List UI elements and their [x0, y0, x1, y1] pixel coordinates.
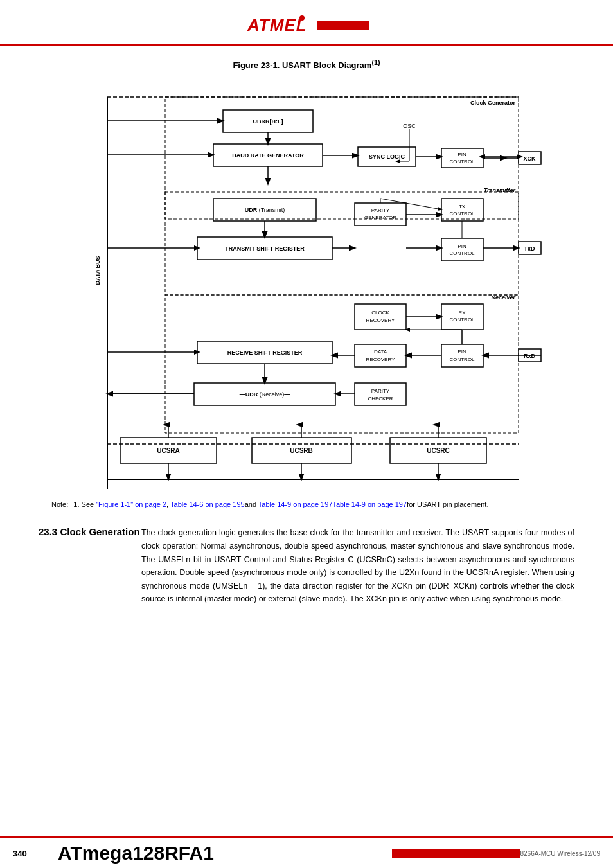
svg-line-81: [380, 199, 441, 209]
section-number: 23.3: [39, 526, 57, 537]
atmel-logo: ATMEL: [244, 12, 315, 37]
svg-text:CONTROL: CONTROL: [449, 357, 475, 362]
note-link-2[interactable]: Table 14-6 on page 195: [170, 500, 245, 508]
svg-rect-23: [441, 199, 483, 221]
svg-marker-78: [517, 154, 523, 159]
note-link-4[interactable]: Table 14-9 on page 197: [332, 500, 407, 508]
note-number: 1.: [73, 500, 79, 508]
rx-control-label: RX: [458, 310, 466, 315]
footer-page: 340: [13, 849, 51, 858]
udr-receive-label: —UDR (Receive)—: [240, 391, 290, 398]
ucsrb-label: UCSRB: [290, 447, 313, 454]
clock-recovery-label: CLOCK: [371, 310, 389, 315]
rxd-label: RxD: [524, 353, 536, 359]
tx-control-label: TX: [459, 204, 466, 209]
note-link-1[interactable]: "Figure 1-1" on page 2: [96, 500, 166, 508]
svg-text:RECOVERY: RECOVERY: [366, 357, 395, 362]
footer-doc: 8266A-MCU Wireless-12/09: [520, 850, 601, 857]
sync-logic-label: SYNC LOGIC: [369, 154, 405, 160]
txd-label: TxD: [524, 245, 535, 252]
page-footer: 340 ATmega128RFA1 8266A-MCU Wireless-12/…: [0, 836, 613, 868]
osc-label: OSC: [403, 123, 416, 129]
pin-control-xck-label2: CONTROL: [449, 159, 475, 164]
diagram-wrapper: DATA BUS Clock Generator UBRR[H:L] BAUD …: [39, 78, 574, 495]
xck-label: XCK: [523, 155, 536, 162]
svg-text:CONTROL: CONTROL: [449, 211, 475, 217]
svg-rect-50: [441, 344, 483, 367]
svg-rect-47: [355, 344, 406, 367]
note-link-3[interactable]: Table 14-9 on page 197: [258, 500, 333, 508]
data-recovery-label: DATA: [374, 349, 387, 355]
parity-gen-label: PARITY: [371, 208, 390, 213]
receive-shift-label: RECEIVE SHIFT REGISTER: [227, 350, 303, 356]
svg-rect-32: [441, 238, 483, 261]
pin-control-xck-label: PIN: [458, 152, 466, 157]
figure-subtitle: USART Block Diagram: [282, 60, 371, 70]
section-title: Clock Generation: [60, 526, 139, 537]
svg-text:GENERATOR: GENERATOR: [364, 215, 396, 220]
section-heading: 23.3 Clock Generation: [39, 526, 140, 537]
ucsra-label: UCSRA: [157, 447, 180, 454]
svg-point-1: [299, 15, 305, 21]
clock-gen-label: Clock Generator: [470, 100, 516, 106]
parity-checker-label: PARITY: [371, 388, 390, 394]
baud-rate-label: BAUD RATE GENERATOR: [232, 152, 304, 159]
footer-chip: ATmega128RFA1: [58, 842, 386, 864]
figure-title: Figure 23-1. USART Block Diagram(1): [39, 58, 574, 70]
page-header: ATMEL: [0, 0, 613, 46]
figure-superscript: (1): [371, 58, 380, 66]
pin-control-txd-label: PIN: [458, 244, 466, 249]
note-section: Note: 1. See "Figure 1-1" on page 2, Tab…: [51, 500, 574, 508]
svg-text:CHECKER: CHECKER: [368, 396, 393, 402]
note-label: Note:: [51, 500, 68, 508]
main-content: Figure 23-1. USART Block Diagram(1) DATA…: [0, 46, 613, 619]
usart-block-diagram: DATA BUS Clock Generator UBRR[H:L] BAUD …: [69, 78, 544, 495]
svg-marker-77: [479, 154, 485, 159]
data-bus-label: DATA BUS: [94, 256, 101, 285]
svg-text:RECOVERY: RECOVERY: [366, 317, 395, 323]
svg-rect-5: [165, 97, 519, 219]
body-text: The clock generation logic generates the…: [141, 526, 574, 606]
note-content: 1. See "Figure 1-1" on page 2, Table 14-…: [73, 500, 488, 508]
svg-rect-39: [355, 304, 406, 330]
udr-transmit-label: UDR (Transmit): [245, 207, 285, 213]
svg-rect-56: [355, 383, 406, 405]
pin-control-rxd-label: PIN: [458, 349, 466, 355]
figure-number: Figure 23-1.: [233, 60, 280, 70]
ucsrc-label: UCSRC: [427, 447, 450, 454]
section-number-block: 23.3 Clock Generation: [39, 526, 140, 538]
svg-text:ATMEL: ATMEL: [247, 15, 307, 35]
transmit-shift-label: TRANSMIT SHIFT REGISTER: [225, 245, 305, 252]
svg-text:CONTROL: CONTROL: [449, 317, 475, 323]
ubrr-label: UBRR[H:L]: [253, 118, 283, 125]
svg-text:CONTROL: CONTROL: [449, 251, 475, 256]
